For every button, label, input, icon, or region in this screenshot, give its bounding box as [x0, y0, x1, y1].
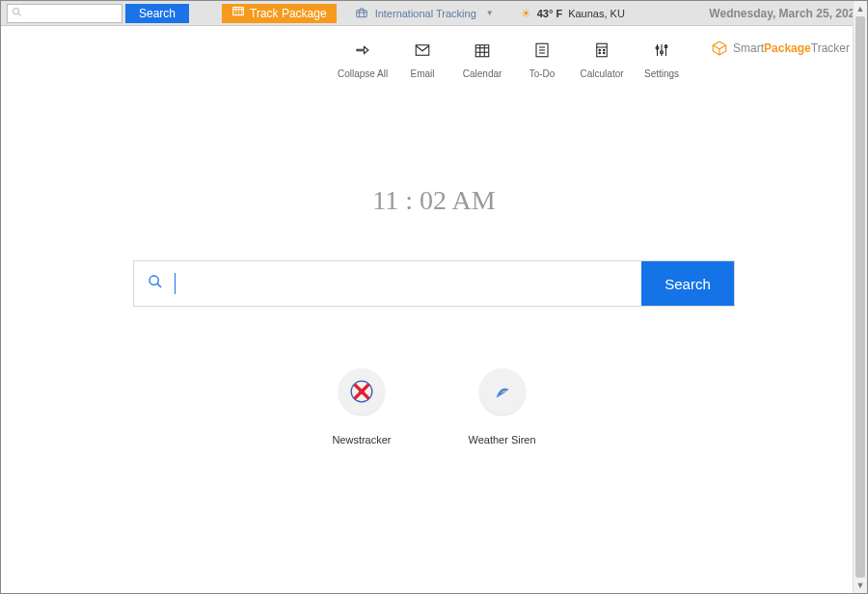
- calculator-label: Calculator: [572, 68, 632, 79]
- scroll-down-button[interactable]: ▼: [854, 578, 867, 593]
- svg-point-21: [604, 49, 606, 51]
- arrow-right-icon: [333, 40, 393, 61]
- collapse-all-label: Collapse All: [333, 68, 393, 79]
- brand-logo: SmartPackageTracker: [709, 40, 850, 57]
- shortcut-weather-siren[interactable]: Weather Siren: [469, 368, 536, 446]
- date-display: Wednesday, March 25, 2020: [709, 7, 861, 20]
- email-label: Email: [393, 68, 452, 79]
- scroll-up-button[interactable]: ▲: [854, 1, 867, 16]
- globe-icon: [354, 6, 369, 21]
- weather-widget[interactable]: ☀ 43° F Kaunas, KU: [521, 7, 625, 20]
- box-icon: [709, 40, 730, 57]
- chevron-down-icon: ▼: [486, 9, 494, 17]
- shortcut-label: Weather Siren: [469, 434, 536, 446]
- weather-location: Kaunas, KU: [568, 8, 625, 19]
- clock-display: 11 : 02 AM: [1, 185, 867, 216]
- svg-point-33: [359, 389, 364, 393]
- svg-rect-18: [597, 43, 608, 57]
- shortcut-label: Newstracker: [332, 434, 391, 446]
- svg-rect-9: [475, 45, 489, 57]
- calendar-label: Calendar: [452, 68, 512, 79]
- svg-point-22: [599, 52, 601, 54]
- logo-part-a: Smart: [733, 41, 764, 55]
- svg-rect-8: [416, 45, 429, 56]
- newstracker-icon: [339, 368, 385, 415]
- weather-temp: 43° F: [537, 8, 562, 19]
- calendar-button[interactable]: Calendar: [452, 40, 512, 79]
- logo-part-c: Tracker: [811, 41, 850, 55]
- svg-point-0: [13, 8, 18, 14]
- track-package-label: Track Package: [250, 4, 327, 23]
- search-icon: [12, 7, 22, 19]
- svg-line-1: [18, 14, 21, 16]
- logo-part-b: Package: [764, 41, 811, 55]
- todo-button[interactable]: To-Do: [512, 40, 572, 79]
- collapse-all-button[interactable]: Collapse All: [333, 40, 393, 79]
- calendar-icon: [452, 40, 512, 61]
- settings-label: Settings: [632, 68, 692, 79]
- todo-label: To-Do: [512, 68, 572, 79]
- mini-search-input[interactable]: [26, 8, 113, 19]
- toolbar: Collapse All Email Calendar To-Do Calcul…: [1, 26, 867, 79]
- mini-search-box[interactable]: [7, 4, 122, 23]
- main-search-field[interactable]: [134, 261, 641, 306]
- svg-point-30: [149, 276, 158, 284]
- calculator-icon: [572, 40, 632, 61]
- svg-point-23: [604, 52, 606, 54]
- settings-button[interactable]: Settings: [632, 40, 692, 79]
- package-icon: [231, 4, 245, 23]
- sun-icon: ☀: [521, 7, 531, 20]
- email-button[interactable]: Email: [393, 40, 452, 79]
- mini-search-button[interactable]: Search: [125, 4, 189, 23]
- international-tracking-label: International Tracking: [375, 8, 476, 19]
- scroll-thumb[interactable]: [855, 16, 865, 578]
- international-tracking-dropdown[interactable]: International Tracking ▼: [354, 6, 494, 21]
- svg-rect-7: [356, 10, 366, 16]
- sliders-icon: [632, 40, 692, 61]
- track-package-button[interactable]: Track Package: [222, 4, 337, 23]
- shortcut-grid: Newstracker Weather Siren: [1, 368, 867, 446]
- top-bar: Search Track Package International Track…: [1, 1, 867, 26]
- svg-point-20: [599, 49, 601, 51]
- shortcut-newstracker[interactable]: Newstracker: [332, 368, 391, 446]
- calculator-button[interactable]: Calculator: [572, 40, 632, 79]
- main-search-button[interactable]: Search: [641, 261, 734, 306]
- main-search-bar: Search: [133, 260, 735, 307]
- vertical-scrollbar[interactable]: ▲ ▼: [853, 1, 867, 593]
- todo-icon: [512, 40, 572, 61]
- email-icon: [393, 40, 452, 61]
- weather-siren-icon: [479, 368, 526, 415]
